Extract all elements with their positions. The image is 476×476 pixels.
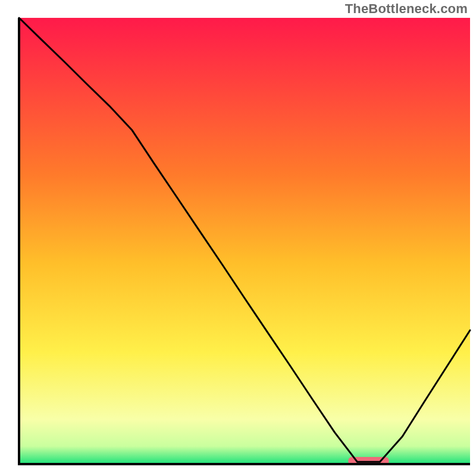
bottleneck-chart — [0, 0, 476, 476]
watermark-text: TheBottleneck.com — [345, 1, 468, 17]
chart-container: TheBottleneck.com — [0, 0, 476, 476]
